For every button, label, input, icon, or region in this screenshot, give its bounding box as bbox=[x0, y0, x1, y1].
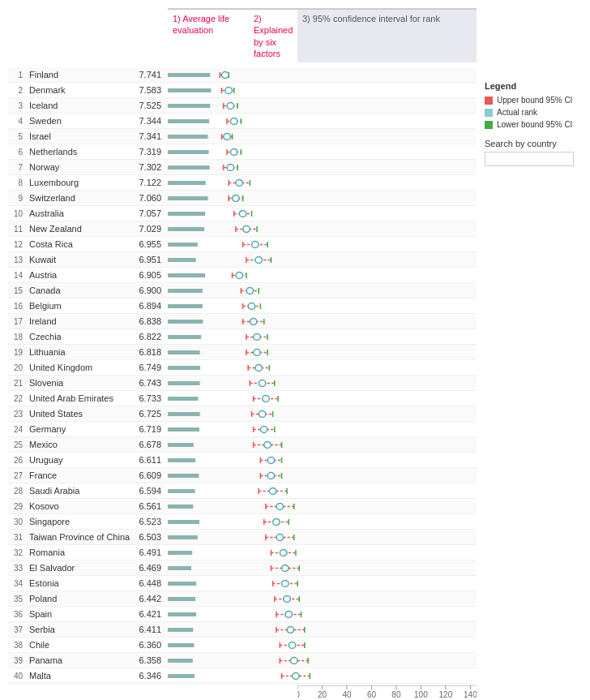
rank-cell: 36 bbox=[8, 610, 26, 619]
svg-point-79 bbox=[248, 303, 255, 309]
country-cell: Estonia bbox=[26, 578, 131, 588]
svg-point-24 bbox=[224, 133, 231, 140]
svg-text:120: 120 bbox=[439, 690, 453, 699]
rank-cell: 25 bbox=[8, 440, 26, 449]
ci-chart-cell bbox=[216, 514, 477, 530]
rank-cell: 37 bbox=[8, 625, 26, 634]
table-row: 21Slovenia6.743 bbox=[8, 376, 477, 391]
explained-cell bbox=[168, 607, 216, 622]
country-cell: Saudi Arabia bbox=[26, 486, 131, 496]
table-row: 9Switzerland7.060 bbox=[8, 191, 477, 206]
table-row: 15Canada6.900 bbox=[8, 283, 477, 298]
rank-cell: 40 bbox=[8, 672, 26, 681]
table-row: 28Saudi Arabia6.594 bbox=[8, 483, 477, 499]
svg-point-89 bbox=[254, 333, 261, 340]
legend-lower-label: Lower bound 95% CI bbox=[497, 120, 572, 129]
table-row: 14Austria6.905 bbox=[8, 268, 477, 283]
svg-rect-100 bbox=[168, 381, 200, 385]
table-row: 13Kuwait6.951 bbox=[8, 252, 477, 268]
ci-chart-cell bbox=[216, 391, 477, 406]
country-cell: Norway bbox=[26, 162, 131, 172]
lower-bound-icon bbox=[485, 121, 493, 129]
rank-cell: 9 bbox=[8, 194, 26, 203]
score-cell: 6.421 bbox=[131, 609, 168, 619]
svg-point-184 bbox=[287, 626, 294, 633]
country-cell: Belgium bbox=[26, 301, 131, 311]
country-cell: Sweden bbox=[26, 116, 131, 126]
explained-cell bbox=[168, 514, 216, 530]
explained-cell bbox=[168, 206, 216, 221]
explained-cell bbox=[168, 530, 216, 545]
rank-cell: 6 bbox=[8, 148, 26, 157]
ci-chart-cell bbox=[216, 607, 477, 622]
explained-cell bbox=[168, 314, 216, 329]
explained-cell bbox=[168, 129, 216, 144]
country-cell: Slovenia bbox=[26, 378, 131, 388]
rank-cell: 29 bbox=[8, 502, 26, 511]
table-row: 3Iceland7.525 bbox=[8, 98, 477, 114]
score-cell: 6.611 bbox=[131, 455, 168, 465]
legend-title: Legend bbox=[485, 81, 582, 91]
table-row: 40Malta6.346 bbox=[8, 668, 477, 684]
explained-cell bbox=[168, 221, 216, 237]
svg-rect-90 bbox=[168, 350, 200, 354]
explained-cell bbox=[168, 283, 216, 298]
score-cell: 6.523 bbox=[131, 517, 168, 526]
rank-cell: 30 bbox=[8, 517, 26, 526]
ci-chart-cell bbox=[216, 144, 477, 160]
country-cell: Luxembourg bbox=[26, 178, 131, 187]
svg-rect-140 bbox=[168, 505, 193, 509]
score-cell: 6.749 bbox=[131, 363, 168, 372]
svg-rect-150 bbox=[168, 535, 198, 539]
svg-point-99 bbox=[255, 364, 263, 371]
rank-cell: 1 bbox=[8, 71, 26, 79]
ci-chart-cell bbox=[216, 638, 477, 653]
svg-rect-160 bbox=[168, 566, 191, 570]
svg-point-189 bbox=[289, 642, 296, 648]
score-cell: 6.955 bbox=[131, 239, 168, 249]
explained-cell bbox=[168, 483, 216, 499]
explained-cell bbox=[168, 191, 216, 206]
score-cell: 6.951 bbox=[131, 255, 168, 264]
explained-cell bbox=[168, 329, 216, 345]
ci-chart-cell bbox=[216, 268, 477, 283]
score-cell: 6.743 bbox=[131, 378, 168, 388]
ci-chart-cell bbox=[216, 206, 477, 221]
table-row: 18Czechia6.822 bbox=[8, 329, 477, 345]
score-cell: 6.358 bbox=[131, 655, 168, 665]
rank-cell: 26 bbox=[8, 456, 26, 465]
svg-point-74 bbox=[246, 287, 254, 294]
rank-cell: 22 bbox=[8, 394, 26, 403]
search-input[interactable] bbox=[485, 152, 574, 166]
svg-rect-65 bbox=[168, 273, 205, 277]
explained-cell bbox=[168, 376, 216, 391]
svg-rect-115 bbox=[168, 427, 199, 432]
legend-actual: Actual rank bbox=[485, 108, 582, 117]
ci-chart-cell bbox=[216, 160, 477, 175]
score-cell: 6.678 bbox=[131, 440, 168, 449]
explained-cell bbox=[168, 499, 216, 514]
ci-chart-cell bbox=[216, 560, 477, 576]
search-label: Search by country bbox=[485, 139, 582, 148]
rank-cell: 23 bbox=[8, 410, 26, 419]
ci-chart-cell bbox=[216, 298, 477, 314]
country-cell: New Zealand bbox=[26, 224, 131, 234]
table-row: 24Germany6.719 bbox=[8, 422, 477, 437]
svg-rect-195 bbox=[168, 674, 195, 678]
svg-rect-125 bbox=[168, 458, 195, 462]
table-row: 7Norway7.302 bbox=[8, 160, 477, 175]
ci-chart-cell bbox=[216, 129, 477, 144]
table-row: 16Belgium6.894 bbox=[8, 298, 477, 314]
svg-rect-130 bbox=[168, 474, 199, 478]
rank-cell: 28 bbox=[8, 487, 26, 496]
country-cell: Czechia bbox=[26, 332, 131, 341]
ci-chart-cell bbox=[216, 221, 477, 237]
table-row: 6Netherlands7.319 bbox=[8, 144, 477, 160]
svg-point-14 bbox=[227, 102, 234, 109]
ci-chart-cell bbox=[216, 67, 477, 83]
svg-point-139 bbox=[269, 487, 276, 494]
table-row: 19Lithuania6.818 bbox=[8, 345, 477, 360]
rank-cell: 14 bbox=[8, 271, 26, 280]
ci-chart-cell bbox=[216, 622, 477, 638]
rank-cell: 13 bbox=[8, 256, 26, 264]
